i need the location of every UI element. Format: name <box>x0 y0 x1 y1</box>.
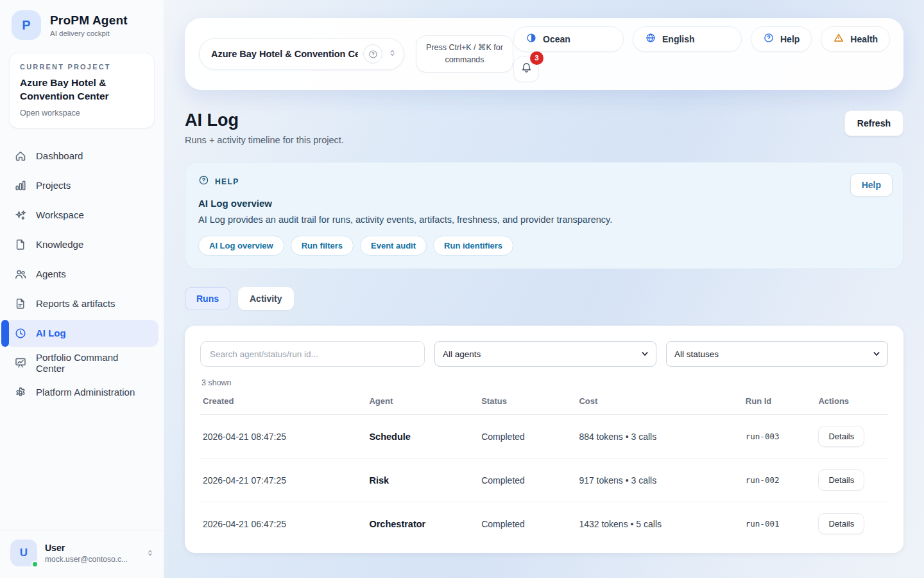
cell-agent: Schedule <box>366 415 479 459</box>
report-icon <box>14 297 27 310</box>
topbar-right: Ocean English Help <box>513 26 890 82</box>
notifications-button[interactable]: 3 <box>513 57 539 82</box>
sidebar-item-reports-artifacts[interactable]: Reports & artifacts <box>5 290 158 317</box>
cell-agent: Risk <box>366 459 479 502</box>
help-kicker-label: HELP <box>215 177 239 186</box>
open-workspace-link[interactable]: Open workspace <box>20 109 80 118</box>
online-status-dot <box>31 561 38 568</box>
cell-created: 2026-04-21 06:47:25 <box>200 502 366 546</box>
presentation-icon <box>14 356 27 369</box>
cell-status: Completed <box>479 502 576 546</box>
chevron-updown-icon <box>146 548 155 560</box>
help-topic-event-audit[interactable]: Event audit <box>360 236 427 256</box>
notification-count-badge: 3 <box>530 51 543 65</box>
agent-filter: All agents <box>434 341 656 367</box>
sidebar-item-label: Workspace <box>36 209 84 220</box>
sidebar-item-ai-log[interactable]: AI Log <box>5 320 158 347</box>
current-project-label: CURRENT PROJECT <box>20 63 144 71</box>
sidebar-item-label: Knowledge <box>36 239 83 250</box>
results-count: 3 shown <box>201 378 887 387</box>
sidebar-item-dashboard[interactable]: Dashboard <box>5 143 158 170</box>
health-button-label: Health <box>850 34 878 44</box>
user-menu[interactable]: U User mock.user@contoso.c... <box>0 530 164 578</box>
sidebar: P ProPM Agent AI delivery cockpit CURREN… <box>0 0 164 578</box>
sidebar-item-label: Dashboard <box>36 150 83 161</box>
help-panel-button[interactable]: Help <box>850 173 893 197</box>
details-button[interactable]: Details <box>818 469 864 491</box>
bell-icon <box>520 62 533 76</box>
page-subtitle: Runs + activity timeline for this projec… <box>185 135 344 145</box>
help-kicker: HELP <box>198 175 890 188</box>
help-topic-run-filters[interactable]: Run filters <box>291 236 354 256</box>
help-topic-pills: AI Log overviewRun filtersEvent auditRun… <box>198 236 890 256</box>
cell-agent: Orchestrator <box>366 502 479 546</box>
sidebar-item-portfolio-command-center[interactable]: Portfolio Command Center <box>5 349 158 376</box>
sidebar-item-agents[interactable]: Agents <box>5 261 158 288</box>
help-topic-ai-log-overview[interactable]: AI Log overview <box>198 236 284 256</box>
table-body: 2026-04-21 08:47:25ScheduleCompleted884 … <box>200 415 888 546</box>
details-button[interactable]: Details <box>818 513 864 534</box>
sidebar-item-label: Agents <box>36 268 66 279</box>
sidebar-item-projects[interactable]: Projects <box>5 172 158 199</box>
help-topic-run-identifiers[interactable]: Run identifiers <box>433 236 513 256</box>
sidebar-item-workspace[interactable]: Workspace <box>5 202 158 229</box>
tab-runs[interactable]: Runs <box>185 287 230 310</box>
user-email: mock.user@contoso.c... <box>45 555 128 564</box>
project-selector[interactable]: Azure Bay Hotel & Convention Center <box>199 38 404 70</box>
language-button[interactable]: English <box>633 26 742 52</box>
sidebar-item-label: Projects <box>36 180 71 191</box>
cell-cost: 884 tokens • 3 calls <box>576 415 742 459</box>
sidebar-item-label: Portfolio Command Center <box>36 352 150 374</box>
runs-table: CreatedAgentStatusCostRun IdActions 2026… <box>200 390 888 545</box>
help-circle-icon <box>763 32 774 46</box>
status-filter-select[interactable]: All statuses <box>666 341 888 367</box>
sidebar-item-knowledge[interactable]: Knowledge <box>5 231 158 258</box>
brand-name: ProPM Agent <box>50 13 128 28</box>
warning-triangle-icon <box>833 32 844 46</box>
current-project-name: Azure Bay Hotel & Convention Center <box>20 76 144 103</box>
table-row: 2026-04-21 07:47:25RiskCompleted917 toke… <box>200 459 888 502</box>
document-icon <box>14 238 27 251</box>
search-input[interactable] <box>200 341 425 367</box>
help-panel: HELP AI Log overview AI Log provides an … <box>185 162 903 269</box>
project-help-icon[interactable] <box>363 44 382 64</box>
topbar: Azure Bay Hotel & Convention Center Pres… <box>185 18 903 90</box>
theme-button-label: Ocean <box>543 34 570 44</box>
sparkles-icon <box>14 209 27 222</box>
command-palette-hint[interactable]: Press Ctrl+K / ⌘K for commands <box>416 35 513 73</box>
details-button[interactable]: Details <box>818 426 864 447</box>
page-header: AI Log Runs + activity timeline for this… <box>185 110 903 145</box>
help-button[interactable]: Help <box>751 26 812 52</box>
health-button[interactable]: Health <box>821 26 890 52</box>
table-row: 2026-04-21 08:47:25ScheduleCompleted884 … <box>200 415 888 459</box>
theme-icon <box>526 32 537 46</box>
bar-chart-icon <box>14 179 27 192</box>
theme-button[interactable]: Ocean <box>513 26 624 52</box>
project-selector-value: Azure Bay Hotel & Convention Center <box>211 49 358 59</box>
cell-run-id: run-002 <box>743 459 816 502</box>
tab-activity[interactable]: Activity <box>238 287 294 310</box>
cell-cost: 917 tokens • 3 calls <box>576 459 742 502</box>
user-name: User <box>45 543 128 553</box>
sidebar-item-label: Reports & artifacts <box>36 298 115 309</box>
table-row: 2026-04-21 06:47:25OrchestratorCompleted… <box>200 502 888 546</box>
chevron-updown-icon <box>388 48 397 60</box>
cell-cost: 1432 tokens • 5 calls <box>576 502 742 546</box>
brand-initial: P <box>22 18 30 33</box>
main-content: Azure Bay Hotel & Convention Center Pres… <box>164 0 924 578</box>
filters-row: All agents All statuses <box>200 341 888 367</box>
column-header-agent: Agent <box>366 390 479 415</box>
column-header-status: Status <box>479 390 576 415</box>
home-icon <box>14 150 27 162</box>
brand-logo: P <box>12 10 41 40</box>
table-header-row: CreatedAgentStatusCostRun IdActions <box>200 390 888 415</box>
avatar: U <box>10 539 37 566</box>
help-button-label: Help <box>780 34 800 44</box>
cell-actions: Details <box>816 502 888 546</box>
brand: P ProPM Agent AI delivery cockpit <box>0 0 164 45</box>
help-title: AI Log overview <box>198 198 890 209</box>
users-icon <box>14 268 27 281</box>
sidebar-item-platform-administration[interactable]: Platform Administration <box>5 379 158 406</box>
agent-filter-select[interactable]: All agents <box>434 341 656 367</box>
refresh-button[interactable]: Refresh <box>844 110 903 136</box>
